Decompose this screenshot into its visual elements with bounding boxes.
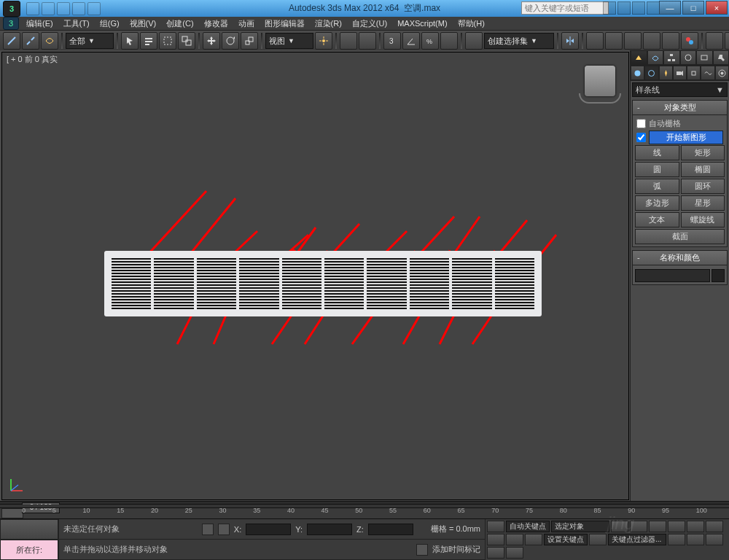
nav-zoom-icon[interactable]	[487, 534, 504, 545]
time-config-icon[interactable]	[668, 534, 685, 545]
btn-rectangle[interactable]: 矩形	[681, 145, 725, 160]
selection-filter-combo[interactable]: 全部▼	[66, 33, 114, 49]
btn-circle[interactable]: 圆	[635, 162, 679, 177]
maxscript-mini-listener[interactable]	[0, 519, 58, 540]
coord-y-input[interactable]	[307, 524, 352, 535]
add-time-tag-icon[interactable]	[416, 544, 428, 556]
sub-helpers-icon[interactable]	[687, 66, 701, 80]
viewcube-icon[interactable]	[585, 66, 615, 96]
subscription-icon[interactable]	[617, 1, 631, 15]
select-scale-icon[interactable]	[241, 32, 258, 50]
edit-named-sel-icon[interactable]	[465, 32, 483, 50]
link-icon[interactable]	[3, 32, 20, 50]
play-prev-icon[interactable]	[630, 521, 647, 532]
menu-customize[interactable]: 自定义(U)	[348, 18, 391, 30]
select-region-icon[interactable]	[159, 32, 176, 50]
btn-arc[interactable]: 弧	[635, 179, 679, 194]
setkey-button[interactable]: 设置关键点	[544, 534, 588, 545]
mirror-icon[interactable]	[561, 32, 579, 50]
curve-editor-icon[interactable]	[643, 32, 660, 50]
sub-geometry-icon[interactable]	[631, 66, 644, 80]
sub-systems-icon[interactable]	[715, 66, 729, 80]
viewport-front[interactable]: [ + 0 前 0 真实	[1, 52, 629, 500]
ref-coord-combo[interactable]: 视图▼	[265, 33, 313, 49]
tab-display-icon[interactable]	[696, 50, 713, 65]
menu-grapheditors[interactable]: 图形编辑器	[260, 18, 309, 30]
menu-tools[interactable]: 工具(T)	[59, 18, 94, 30]
trackbar-mini-curve-icon[interactable]	[1, 508, 23, 518]
track-bar[interactable]	[0, 508, 729, 519]
align-icon[interactable]	[586, 32, 604, 50]
select-rotate-icon[interactable]	[222, 32, 239, 50]
material-editor-icon[interactable]	[681, 32, 698, 50]
snap-toggle-icon[interactable]: 3	[383, 32, 401, 50]
menu-maxscript[interactable]: MAXScript(M)	[393, 18, 451, 28]
qat-open-icon[interactable]	[42, 2, 55, 15]
search-icon[interactable]	[603, 1, 616, 15]
start-new-shape-button[interactable]: 开始新图形	[649, 131, 723, 144]
nav-maximize-icon[interactable]	[487, 547, 504, 559]
schematic-view-icon[interactable]	[662, 32, 679, 50]
selected-object-combo[interactable]: 选定对象	[551, 521, 609, 532]
infocenter-search-input[interactable]	[521, 1, 609, 15]
set-key-icon[interactable]	[487, 521, 504, 532]
play-start-icon[interactable]	[611, 521, 628, 532]
tab-utilities-icon[interactable]	[713, 50, 730, 65]
angle-snap-icon[interactable]	[402, 32, 420, 50]
coord-x-input[interactable]	[246, 524, 291, 535]
select-move-icon[interactable]	[203, 32, 220, 50]
sub-cameras-icon[interactable]	[673, 66, 687, 80]
viewport-label[interactable]: [ + 0 前 0 真实	[7, 54, 58, 65]
autokey-button[interactable]: 自动关键点	[506, 521, 550, 532]
startnew-checkbox[interactable]	[636, 133, 646, 142]
btn-ellipse[interactable]: 椭圆	[681, 162, 725, 177]
select-by-name-icon[interactable]	[140, 32, 157, 50]
object-name-input[interactable]	[635, 269, 710, 282]
nav-region-icon[interactable]	[506, 547, 523, 559]
btn-section[interactable]: 截面	[635, 229, 725, 244]
layer-manager-icon[interactable]	[605, 32, 623, 50]
qat-save-icon[interactable]	[57, 2, 70, 15]
qat-new-icon[interactable]	[26, 2, 39, 15]
sub-lights-icon[interactable]	[659, 66, 673, 80]
play-next-icon[interactable]	[668, 521, 685, 532]
coord-z-input[interactable]	[368, 524, 413, 535]
qat-undo-icon[interactable]	[72, 2, 85, 15]
time-ruler[interactable]: 0510152025303540455055606570758085909510…	[0, 505, 729, 508]
nav-zoom-all-icon[interactable]	[506, 534, 523, 545]
minimize-button[interactable]: —	[659, 1, 681, 15]
btn-donut[interactable]: 圆环	[681, 179, 725, 194]
btn-ngon[interactable]: 多边形	[635, 195, 679, 211]
tab-create-icon[interactable]	[631, 50, 647, 65]
menu-edit[interactable]: 编辑(E)	[22, 18, 58, 30]
exchange-icon[interactable]	[632, 1, 645, 15]
help-icon[interactable]	[647, 1, 660, 15]
graphite-tools-icon[interactable]	[624, 32, 642, 50]
object-color-swatch[interactable]	[712, 269, 725, 282]
percent-snap-icon[interactable]: %	[421, 32, 439, 50]
btn-star[interactable]: 星形	[681, 195, 725, 211]
rollout-object-type-header[interactable]: -对象类型	[633, 101, 727, 115]
autogrid-checkbox[interactable]	[636, 119, 646, 128]
key-mode-icon[interactable]	[589, 534, 607, 545]
qat-redo-icon[interactable]	[87, 2, 101, 15]
tab-hierarchy-icon[interactable]	[663, 50, 680, 65]
btn-text[interactable]: 文本	[635, 212, 679, 228]
menu-views[interactable]: 视图(V)	[125, 18, 161, 30]
key-filters-button[interactable]: 关键点过滤器...	[608, 534, 666, 545]
rollout-name-color-header[interactable]: -名称和颜色	[633, 251, 727, 265]
sub-spacewarps-icon[interactable]	[701, 66, 714, 80]
nav-pan-icon[interactable]	[706, 521, 723, 532]
app-logo-icon[interactable]: 3	[3, 1, 20, 17]
keyboard-shortcut-icon[interactable]	[359, 32, 376, 50]
tab-motion-icon[interactable]	[680, 50, 697, 65]
isolate-icon[interactable]	[218, 524, 230, 535]
play-end-icon[interactable]	[687, 521, 704, 532]
select-manipulate-icon[interactable]	[340, 32, 357, 50]
select-object-icon[interactable]	[121, 32, 139, 50]
menu-rendering[interactable]: 渲染(R)	[311, 18, 346, 30]
menu-create[interactable]: 创建(C)	[162, 18, 198, 30]
play-icon[interactable]	[649, 521, 666, 532]
application-button-icon[interactable]: 3	[3, 17, 19, 30]
pivot-center-icon[interactable]	[315, 32, 332, 50]
